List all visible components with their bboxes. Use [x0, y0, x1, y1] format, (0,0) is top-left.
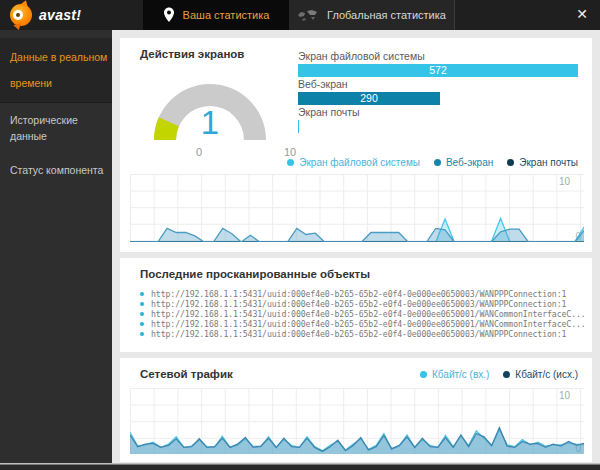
bullet-icon: [140, 312, 144, 316]
legend-item-file-system[interactable]: Экран файловой системы: [287, 157, 420, 168]
bullet-icon: [140, 302, 144, 306]
world-map-icon: [297, 9, 319, 22]
topbar: avast! Ваша статистика Глобальная статис…: [0, 0, 600, 30]
screen-actions-timeline-chart: 0 10: [130, 174, 584, 242]
legend-label: Экран файловой системы: [299, 157, 420, 168]
bar-label: Веб-экран: [298, 79, 578, 90]
app-window: avast! Ваша статистика Глобальная статис…: [0, 0, 600, 470]
bar-file-system: 572: [298, 64, 578, 77]
scanned-item: http://192.168.1.1:5431/uuid:000ef4e0-b2…: [140, 289, 586, 299]
legend-label: Кбайт/с (исх.): [515, 369, 578, 380]
sidebar-item-label: Исторические данные: [10, 114, 78, 142]
legend-label: Веб-экран: [446, 157, 493, 168]
bar-value: 290: [298, 92, 440, 105]
content-area: Действия экранов 1 0 10 Экран файловой с…: [112, 30, 600, 470]
tab-your-statistics[interactable]: Ваша статистика: [143, 0, 289, 30]
bar-chart: Экран файловой системы 572 Веб-экран 290…: [298, 51, 578, 135]
bar-value: 572: [298, 64, 578, 77]
scanned-url: http://192.168.1.1:5431/uuid:000ef4e0-b2…: [151, 289, 566, 299]
legend-item-web[interactable]: Веб-экран: [434, 157, 493, 168]
sidebar-item-label: Данные в реальном времени: [10, 51, 107, 89]
legend-dot-icon: [287, 159, 294, 166]
close-icon[interactable]: ✕: [576, 6, 588, 22]
logo-text: avast!: [39, 7, 81, 23]
panel-scanned-objects: Последние просканированные объекты http:…: [120, 258, 592, 352]
legend-dot-icon: [507, 159, 514, 166]
avast-logo: avast!: [10, 4, 81, 26]
sidebar: Данные в реальном времени Исторические д…: [0, 30, 112, 470]
legend-dot-icon: [434, 159, 441, 166]
sidebar-item-component-status[interactable]: Статус компонента: [0, 153, 112, 187]
logo-spike: [20, 0, 30, 7]
bar-row: Веб-экран 290: [298, 79, 578, 105]
bullet-icon: [140, 332, 144, 336]
panel-title: Действия экранов: [140, 48, 244, 60]
tab-global-statistics[interactable]: Глобальная статистика: [289, 0, 454, 30]
network-traffic-chart: 0 10: [130, 388, 584, 454]
sidebar-item-realtime-data[interactable]: Данные в реальном времени: [0, 38, 112, 103]
window-bottom-frame: [0, 463, 600, 470]
panel-network-traffic: Сетевой трафик Кбайт/с (вх.) Кбайт/с (ис…: [120, 358, 592, 462]
bar-label: Экран почты: [298, 107, 578, 118]
legend-label: Экран почты: [519, 157, 578, 168]
scanned-item: http://192.168.1.1:5431/uuid:000ef4e0-b2…: [140, 319, 586, 329]
network-legend: Кбайт/с (вх.) Кбайт/с (исх.): [420, 369, 578, 380]
legend-item-mail[interactable]: Экран почты: [507, 157, 578, 168]
logo-spike: [13, 23, 22, 31]
tab-your-statistics-label: Ваша статистика: [183, 9, 270, 21]
panel-title: Последние просканированные объекты: [140, 268, 370, 280]
legend-label: Кбайт/с (вх.): [432, 369, 489, 380]
scanned-item: http://192.168.1.1:5431/uuid:000ef4e0-b2…: [140, 329, 586, 339]
timeline-legend: Экран файловой системы Веб-экран Экран п…: [287, 157, 578, 168]
tab-global-statistics-label: Глобальная статистика: [327, 9, 446, 21]
location-pin-icon: [163, 7, 175, 23]
bar-label: Экран файловой системы: [298, 51, 578, 62]
scanned-list: http://192.168.1.1:5431/uuid:000ef4e0-b2…: [140, 289, 586, 339]
bar-row: Экран файловой системы 572: [298, 51, 578, 77]
tab-divider: [454, 0, 455, 30]
scanned-url: http://192.168.1.1:5431/uuid:000ef4e0-b2…: [151, 299, 566, 309]
sidebar-item-historical-data[interactable]: Исторические данные: [0, 103, 112, 153]
gauge-min-label: 0: [188, 146, 210, 158]
scanned-url: http://192.168.1.1:5431/uuid:000ef4e0-b2…: [151, 329, 566, 339]
axis-max-label: 10: [559, 176, 570, 187]
gauge-value: 1: [130, 104, 290, 142]
bullet-icon: [140, 322, 144, 326]
bullet-icon: [140, 292, 144, 296]
scanned-item: http://192.168.1.1:5431/uuid:000ef4e0-b2…: [140, 309, 586, 319]
chart-svg: [130, 174, 584, 242]
bar-row: Экран почты: [298, 107, 578, 133]
scanned-url: http://192.168.1.1:5431/uuid:000ef4e0-b2…: [151, 309, 586, 319]
bar-web: 290: [298, 92, 440, 105]
legend-item-kbps-in[interactable]: Кбайт/с (вх.): [420, 369, 489, 380]
legend-item-kbps-out[interactable]: Кбайт/с (исх.): [503, 369, 578, 380]
scanned-item: http://192.168.1.1:5431/uuid:000ef4e0-b2…: [140, 299, 586, 309]
sidebar-item-label: Статус компонента: [10, 164, 103, 176]
legend-dot-icon: [503, 371, 510, 378]
legend-dot-icon: [420, 371, 427, 378]
chart-svg: [130, 388, 584, 454]
bar-mail: [298, 120, 299, 133]
panel-screen-actions: Действия экранов 1 0 10 Экран файловой с…: [120, 38, 592, 252]
avast-ball-icon: [10, 4, 32, 26]
panel-title: Сетевой трафик: [140, 368, 233, 380]
scanned-url: http://192.168.1.1:5431/uuid:000ef4e0-b2…: [151, 319, 586, 329]
axis-max-label: 10: [559, 390, 570, 401]
